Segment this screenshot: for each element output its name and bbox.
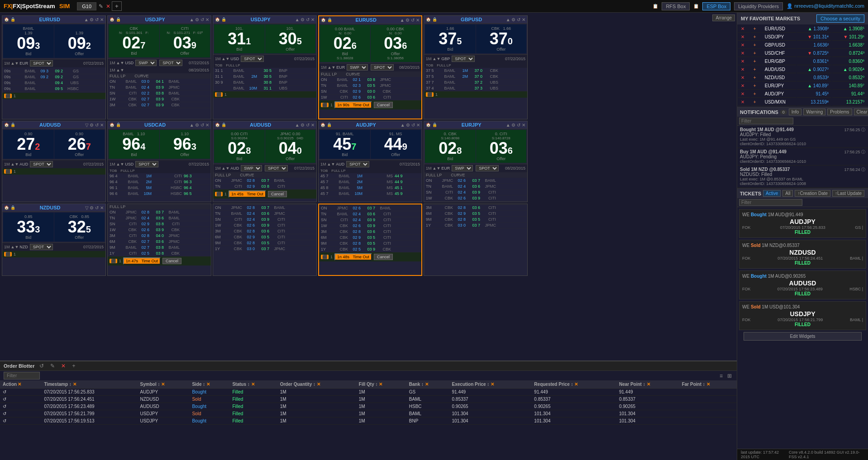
- fav-remove[interactable]: ✕: [738, 58, 750, 65]
- audusd2-mode2-select[interactable]: SPOT: [265, 165, 288, 171]
- cancel-button4[interactable]: Cancel: [374, 254, 393, 260]
- favorites-row[interactable]: ✕ + GBP/USD 1.6636² 1.6638⁷: [738, 42, 867, 49]
- col-action[interactable]: Action ✕: [0, 380, 41, 389]
- blotter-edit-icon[interactable]: ✎: [49, 362, 56, 370]
- fav-remove[interactable]: ✕: [738, 74, 750, 81]
- usdjpy1-mode-select[interactable]: SWP: [135, 60, 157, 66]
- tickets-filter-input[interactable]: [739, 199, 802, 206]
- blotter-scroll[interactable]: Action ✕ Timestamp ↕ ✕ Symbol ↕ ✕ Side ↕…: [0, 380, 737, 453]
- fav-remove[interactable]: ✕: [738, 25, 750, 33]
- tab-edit-icon[interactable]: ✎: [97, 3, 105, 10]
- fav-remove[interactable]: ✕: [738, 50, 750, 57]
- tile-usdcad-depth: FULL LP ONJPMC02 803 7BAML TNJPMC02 403 …: [107, 204, 211, 276]
- fav-bid: 91.45⁸: [797, 90, 832, 98]
- cancel-button3[interactable]: Cancel: [162, 258, 181, 264]
- col-far-point[interactable]: Far Point ↕ ✕: [679, 380, 737, 389]
- choose-security-button[interactable]: Choose a security: [816, 14, 864, 23]
- esp-box-button[interactable]: ESP Box: [702, 2, 730, 10]
- fav-add[interactable]: +: [751, 42, 761, 49]
- eurjpy1-mode2-select[interactable]: SPOT: [476, 165, 499, 171]
- fav-add[interactable]: +: [751, 33, 761, 41]
- tickets-all-btn[interactable]: All: [782, 190, 793, 197]
- notif-warning-btn[interactable]: Warning: [803, 109, 825, 115]
- fav-add[interactable]: +: [751, 99, 761, 106]
- tickets-active-btn[interactable]: Active: [763, 190, 781, 197]
- blotter-close-icon[interactable]: ✕: [60, 362, 67, 370]
- usdcad1-mode-select[interactable]: SPOT: [135, 161, 158, 167]
- col-exec-price[interactable]: Execution Price ↕ ✕: [449, 380, 532, 389]
- fav-remove[interactable]: ✕: [738, 82, 750, 90]
- cancel-button1[interactable]: Cancel: [374, 102, 393, 108]
- favorites-row[interactable]: ✕ + EUR/JPY ▲ 140.89⁷ 140.89⁷: [738, 82, 867, 90]
- timer-1n48s[interactable]: 1n 48s Time Out: [334, 253, 372, 261]
- favorites-row[interactable]: ✕ + USD/MXN 13.2159⁴ 13.2157⁰: [738, 99, 867, 106]
- notif-filter-input[interactable]: [739, 118, 793, 124]
- col-fill-qty[interactable]: Fill Qty ↕ ✕: [356, 380, 406, 389]
- tickets-lastupdate-btn[interactable]: ↑Last Update: [832, 190, 864, 197]
- blotter-row[interactable]: ↺ 07/20/2015 17:56:24.451 NZDUSD Sold Fi…: [0, 396, 737, 403]
- favorites-row[interactable]: ✕ + AUD/USD ▲ 0.9027⁰ ▲ 0.9026⁴: [738, 66, 867, 73]
- favorites-row[interactable]: ✕ + EUR/USD ▲ 1.3908² ▲ 1.3908⁵: [738, 25, 867, 33]
- col-symbol[interactable]: Symbol ↕ ✕: [138, 380, 190, 389]
- eurusd2-mode2-select[interactable]: SPOT: [371, 64, 394, 71]
- liquidity-providers-button[interactable]: Liquidity Providers: [734, 2, 783, 10]
- tab-add-button[interactable]: +: [112, 1, 122, 11]
- usdjpy2-mode-select[interactable]: SPOT: [241, 56, 264, 62]
- rfs-box-button[interactable]: RFS Box: [662, 2, 690, 10]
- blotter-columns-icon[interactable]: ≡: [718, 372, 724, 379]
- gbpusd1-mode-select[interactable]: SPOT: [452, 56, 475, 62]
- notif-problems-btn[interactable]: Problems: [827, 109, 852, 115]
- col-timestamp[interactable]: Timestamp ↕ ✕: [41, 380, 137, 389]
- blotter-refresh-icon[interactable]: ↺: [38, 362, 45, 370]
- blotter-filter-input[interactable]: [4, 372, 40, 379]
- col-order-qty[interactable]: Order Quantity ↕ ✕: [277, 380, 356, 389]
- fav-add[interactable]: +: [751, 25, 761, 33]
- nzdusd1-mode-select[interactable]: SPOT: [30, 244, 53, 250]
- col-status[interactable]: Status ↕ ✕: [229, 380, 277, 389]
- fav-remove[interactable]: ✕: [738, 66, 750, 73]
- favorites-row[interactable]: ✕ + USD/JPY ▼ 101.31⁴ ▼ 101.29¹: [738, 33, 867, 41]
- cancel-button2[interactable]: Cancel: [268, 191, 287, 197]
- fav-add[interactable]: +: [751, 90, 761, 98]
- blotter-row[interactable]: ↺ 07/20/2015 17:56:21.799 USDJPY Sold Fi…: [0, 410, 737, 417]
- fav-add[interactable]: +: [751, 74, 761, 81]
- audusd1-mode-select[interactable]: SPOT: [30, 161, 53, 167]
- fav-add[interactable]: +: [751, 66, 761, 73]
- favorites-row[interactable]: ✕ + NZD/USD 0.8533² 0.8532⁰: [738, 74, 867, 81]
- fav-remove[interactable]: ✕: [738, 90, 750, 98]
- fav-remove[interactable]: ✕: [738, 99, 750, 106]
- tab-g10[interactable]: G10: [77, 2, 96, 10]
- timer-1n47s[interactable]: 1n 47s Time Out: [123, 257, 161, 265]
- col-side[interactable]: Side ↕ ✕: [189, 380, 229, 389]
- audjpy1-mode-select[interactable]: SPOT: [346, 161, 369, 167]
- blotter-row[interactable]: ↺ 07/20/2015 17:56:25.833 AUDJPY Bought …: [0, 389, 737, 396]
- favorites-row[interactable]: ✕ + USD/CHF ▼ 0.8725⁶ 0.8724³: [738, 50, 867, 57]
- eurjpy1-mode-select[interactable]: SWP: [452, 165, 473, 171]
- audusd2-mode-select[interactable]: SWP: [241, 165, 262, 171]
- fav-add[interactable]: +: [751, 82, 761, 90]
- fav-remove[interactable]: ✕: [738, 33, 750, 41]
- favorites-row[interactable]: ✕ + EUR/GBP 0.8361⁶ 0.8360⁶: [738, 58, 867, 65]
- eurusd1-mode-select[interactable]: SPOT: [30, 60, 53, 66]
- col-req-price[interactable]: Requested Price ↕ ✕: [531, 380, 616, 389]
- fav-add[interactable]: +: [751, 50, 761, 57]
- timer-1n90s[interactable]: 1n 90s Time Out: [334, 101, 372, 109]
- col-bank[interactable]: Bank ↕ ✕: [406, 380, 449, 389]
- eurusd2-mode-select[interactable]: SWP: [347, 64, 368, 71]
- edit-widgets-button[interactable]: Edit Widgets: [744, 332, 861, 341]
- usdjpy1-mode2-select[interactable]: SPOT: [159, 60, 182, 66]
- notif-clear-btn[interactable]: Clear: [854, 109, 868, 115]
- tab-close-icon[interactable]: ✕: [105, 3, 112, 10]
- arrange-button[interactable]: Arrange: [712, 14, 735, 21]
- fav-remove[interactable]: ✕: [738, 42, 750, 49]
- notif-info-btn[interactable]: Info: [789, 109, 802, 115]
- tickets-creation-btn[interactable]: ↑Creation Date: [795, 190, 830, 197]
- timer-1n45s[interactable]: 1n 45s Time Out: [229, 190, 266, 198]
- fav-add[interactable]: +: [751, 58, 761, 65]
- favorites-row[interactable]: ✕ + AUD/JPY 91.45⁸ 91.44⁰: [738, 90, 867, 98]
- blotter-expand-icon[interactable]: ⊞: [726, 372, 733, 379]
- col-near-point[interactable]: Near Point ↕ ✕: [616, 380, 679, 389]
- blotter-row[interactable]: ↺ 07/20/2015 17:56:19.513 USDJPY Bought …: [0, 417, 737, 425]
- blotter-add-icon[interactable]: +: [71, 362, 76, 370]
- blotter-row[interactable]: ↺ 07/20/2015 17:56:23.489 AUDUSD Bought …: [0, 403, 737, 410]
